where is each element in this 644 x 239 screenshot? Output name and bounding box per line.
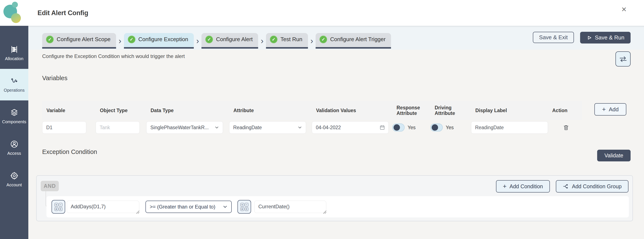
sidebar-item-label: Components (2, 119, 26, 124)
condition-group-panel: AND + Add Condition Add Condition Group … (36, 175, 633, 221)
step-check-icon: ✓ (320, 36, 327, 43)
sidebar-item-allocation[interactable]: Allocation (0, 37, 28, 69)
tab-configure-alert[interactable]: ✓ Configure Alert (202, 33, 258, 49)
attribute-select[interactable]: ReadingDate (229, 121, 306, 134)
add-condition-label: Add Condition (510, 183, 543, 189)
plus-icon: + (602, 106, 606, 113)
toggle-knob (394, 124, 400, 131)
trash-icon (563, 124, 569, 131)
step-label: Configure Alert Trigger (330, 36, 386, 43)
response-attribute-value: Yes (408, 125, 416, 130)
delete-row-button[interactable] (548, 124, 584, 131)
logo-circle-gradient (11, 13, 21, 23)
sidebar-item-account[interactable]: Account (0, 163, 28, 195)
column-header: Object Type (96, 108, 146, 113)
column-header: Action (548, 108, 584, 113)
tab-configure-exception[interactable]: ✓ Configure Exception (124, 33, 194, 49)
sidebar-item-operations[interactable]: Operations (0, 69, 28, 100)
data-type-value: SinglePhaseWaterTankR... (150, 125, 209, 130)
save-exit-button[interactable]: Save & Exit (533, 32, 574, 43)
layers-icon (10, 108, 18, 117)
sidebar-item-label: Account (6, 182, 22, 187)
app-logo (2, 1, 26, 25)
driving-attribute-toggle[interactable] (430, 123, 443, 132)
driving-attribute-cell: Yes (430, 123, 471, 132)
transfer-arrows-icon (618, 54, 628, 64)
column-header: Driving Attribute (430, 105, 471, 116)
display-label-input[interactable] (471, 121, 548, 134)
plus-icon: + (503, 183, 507, 190)
exception-condition-heading: Exception Condition (42, 148, 97, 155)
lhs-expression-input[interactable] (67, 201, 139, 213)
add-condition-group-button[interactable]: Add Condition Group (556, 180, 628, 192)
variable-input[interactable] (42, 121, 86, 134)
tab-configure-alert-trigger[interactable]: ✓ Configure Alert Trigger (316, 33, 391, 49)
add-condition-group-label: Add Condition Group (572, 183, 622, 189)
object-type-input[interactable] (96, 121, 140, 134)
variables-table-header: Variable Object Type Data Type Attribute… (42, 101, 582, 120)
save-run-label: Save & Run (595, 34, 624, 41)
play-icon (586, 35, 592, 41)
expression-builder-button-lhs[interactable]: +−×= (52, 200, 65, 214)
user-circle-icon (10, 140, 18, 148)
sidebar-item-components[interactable]: Components (0, 100, 28, 132)
column-header: Data Type (146, 108, 229, 113)
sidebar-item-label: Access (7, 151, 21, 156)
step-check-icon: ✓ (205, 36, 213, 43)
gear-icon (10, 171, 18, 180)
calculator-icon: +−×= (54, 203, 62, 211)
tab-test-run[interactable]: ✓ Test Run (266, 33, 308, 49)
add-variable-button[interactable]: + Add (594, 103, 626, 116)
chevron-right-icon: › (194, 37, 202, 49)
logo-circle-ring (12, 2, 18, 8)
flow-icon (10, 77, 18, 85)
transfer-arrows-button[interactable] (616, 51, 630, 67)
add-variable-label: Add (609, 106, 619, 113)
data-type-select[interactable]: SinglePhaseWaterTankR... (146, 121, 223, 134)
rhs-expression-input[interactable] (254, 201, 326, 213)
operator-select[interactable]: >= (Greater than or Equal to) (146, 201, 232, 213)
attribute-value: ReadingDate (233, 125, 262, 130)
step-check-icon: ✓ (46, 36, 54, 43)
step-label: Configure Alert Scope (57, 36, 110, 43)
step-label: Configure Exception (138, 36, 188, 43)
variable-row: SinglePhaseWaterTankR... ReadingDate 04-… (42, 121, 584, 134)
add-condition-button[interactable]: + Add Condition (496, 180, 550, 192)
expression-builder-button-rhs[interactable]: +−×= (238, 200, 251, 214)
chevron-down-icon (214, 125, 219, 130)
column-header: Response Attribute (392, 105, 430, 116)
chevron-right-icon: › (308, 37, 316, 49)
edit-alert-config-dialog: Edit Alert Config ✕ Allocation Operation… (0, 0, 644, 239)
column-header: Attribute (229, 108, 312, 113)
close-icon[interactable]: ✕ (619, 5, 629, 14)
step-label: Test Run (280, 36, 302, 43)
step-check-icon: ✓ (270, 36, 278, 43)
condition-actions: + Add Condition Add Condition Group (496, 180, 628, 192)
page-title: Edit Alert Config (38, 0, 88, 26)
driving-attribute-value: Yes (446, 125, 454, 130)
chevron-down-icon (222, 204, 228, 209)
response-attribute-toggle[interactable] (392, 123, 405, 132)
chevron-down-icon (297, 125, 302, 130)
save-run-button[interactable]: Save & Run (580, 32, 630, 44)
validate-button[interactable]: Validate (597, 150, 630, 161)
chevron-right-icon: › (116, 37, 124, 49)
step-label: Configure Alert (216, 36, 252, 43)
response-attribute-cell: Yes (392, 123, 430, 132)
validation-value: 04-04-2022 (316, 125, 341, 130)
variables-heading: Variables (42, 75, 68, 82)
column-header: Validation Values (312, 108, 392, 113)
tab-configure-alert-scope[interactable]: ✓ Configure Alert Scope (42, 33, 116, 49)
sidebar-item-label: Operations (4, 88, 25, 93)
abacus-icon (10, 45, 18, 54)
calculator-icon: +−×= (240, 203, 248, 211)
sidebar-item-access[interactable]: Access (0, 132, 28, 163)
chevron-right-icon: › (258, 37, 266, 49)
validation-value-date-field[interactable]: 04-04-2022 (312, 121, 389, 134)
operator-value: >= (Greater than or Equal to) (150, 204, 215, 210)
group-operator-chip[interactable]: AND (41, 181, 59, 191)
toggle-knob (432, 124, 438, 131)
column-header: Display Label (471, 108, 548, 113)
stepper: ✓ Configure Alert Scope › ✓ Configure Ex… (42, 33, 391, 49)
calendar-icon (380, 125, 385, 130)
